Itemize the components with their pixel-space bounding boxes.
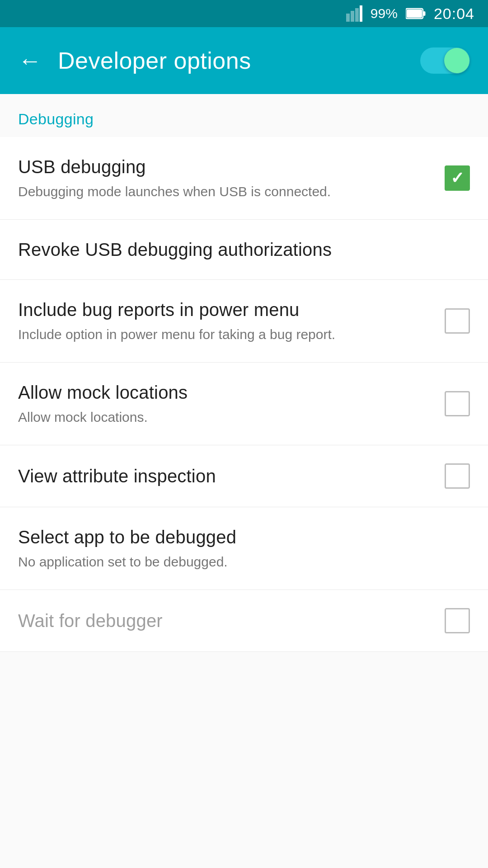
revoke-usb-text: Revoke USB debugging authorizations (18, 238, 470, 261)
view-attribute-text: View attribute inspection (18, 464, 445, 488)
select-app-debug-title: Select app to be debugged (18, 525, 456, 549)
time-display: 20:04 (434, 5, 474, 23)
usb-debugging-subtitle: Debugging mode launches when USB is conn… (18, 182, 431, 201)
svg-marker-1 (351, 11, 354, 22)
usb-debugging-title: USB debugging (18, 155, 431, 179)
usb-debugging-checkbox[interactable] (445, 165, 470, 191)
view-attribute-checkbox[interactable] (445, 463, 470, 489)
wait-debugger-text: Wait for debugger (18, 609, 445, 632)
page-title: Developer options (58, 47, 404, 74)
svg-rect-5 (423, 11, 425, 16)
select-app-debug-subtitle: No application set to be debugged. (18, 552, 456, 571)
mock-locations-subtitle: Allow mock locations. (18, 408, 431, 427)
app-bar: ← Developer options (0, 27, 488, 94)
back-button[interactable]: ← (18, 49, 42, 72)
usb-debugging-item[interactable]: USB debugging Debugging mode launches wh… (0, 137, 488, 220)
select-app-debug-item[interactable]: Select app to be debugged No application… (0, 507, 488, 590)
revoke-usb-title: Revoke USB debugging authorizations (18, 238, 456, 261)
wait-debugger-title: Wait for debugger (18, 609, 431, 632)
svg-marker-0 (346, 14, 350, 22)
wait-debugger-item[interactable]: Wait for debugger (0, 590, 488, 652)
signal-icon (346, 5, 362, 22)
debugging-section-title: Debugging (18, 110, 94, 127)
battery-icon (406, 8, 426, 19)
bug-reports-text: Include bug reports in power menu Includ… (18, 298, 445, 344)
toggle-knob (444, 48, 469, 73)
bug-reports-item[interactable]: Include bug reports in power menu Includ… (0, 280, 488, 363)
view-attribute-title: View attribute inspection (18, 464, 431, 488)
content-area: Debugging USB debugging Debugging mode l… (0, 94, 488, 868)
svg-marker-3 (360, 5, 362, 22)
mock-locations-title: Allow mock locations (18, 381, 431, 404)
bug-reports-title: Include bug reports in power menu (18, 298, 431, 321)
developer-options-toggle[interactable] (420, 47, 470, 74)
view-attribute-item[interactable]: View attribute inspection (0, 445, 488, 507)
battery-percentage: 99% (371, 6, 398, 21)
svg-marker-2 (355, 8, 359, 22)
mock-locations-checkbox[interactable] (445, 391, 470, 416)
status-bar: 99% 20:04 (0, 0, 488, 27)
wait-debugger-checkbox[interactable] (445, 608, 470, 633)
select-app-debug-text: Select app to be debugged No application… (18, 525, 470, 571)
mock-locations-item[interactable]: Allow mock locations Allow mock location… (0, 363, 488, 445)
debugging-section-header: Debugging (0, 94, 488, 137)
usb-debugging-text: USB debugging Debugging mode launches wh… (18, 155, 445, 201)
revoke-usb-item[interactable]: Revoke USB debugging authorizations (0, 220, 488, 280)
svg-rect-6 (407, 9, 422, 18)
bug-reports-checkbox[interactable] (445, 308, 470, 334)
bug-reports-subtitle: Include option in power menu for taking … (18, 325, 431, 344)
status-icons: 99% 20:04 (346, 5, 474, 23)
mock-locations-text: Allow mock locations Allow mock location… (18, 381, 445, 427)
